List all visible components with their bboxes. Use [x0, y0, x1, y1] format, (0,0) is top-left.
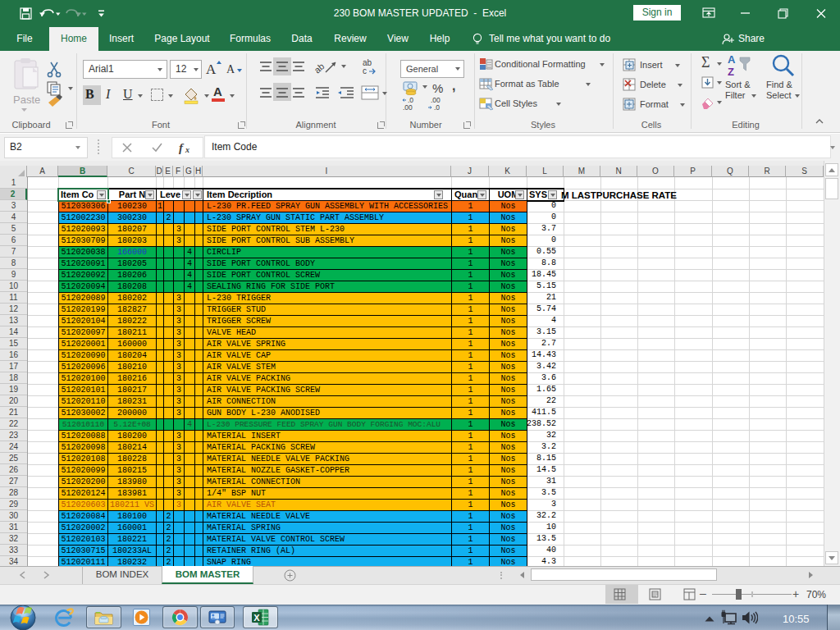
- svg-text:.0: .0: [434, 103, 440, 112]
- svg-text:X: X: [253, 613, 260, 623]
- svg-text:c: c: [363, 66, 367, 75]
- svg-text:f: f: [179, 141, 185, 154]
- svg-text:A: A: [206, 62, 217, 77]
- svg-text:A: A: [226, 63, 235, 75]
- svg-text:A: A: [728, 53, 736, 66]
- svg-text:Z: Z: [728, 66, 734, 78]
- svg-text:%: %: [432, 81, 443, 95]
- svg-text:ab: ab: [314, 61, 326, 75]
- svg-text:x: x: [185, 145, 189, 154]
- svg-text:Paste: Paste: [13, 94, 40, 106]
- svg-text:,: ,: [452, 80, 455, 93]
- svg-text:.00: .00: [403, 103, 413, 112]
